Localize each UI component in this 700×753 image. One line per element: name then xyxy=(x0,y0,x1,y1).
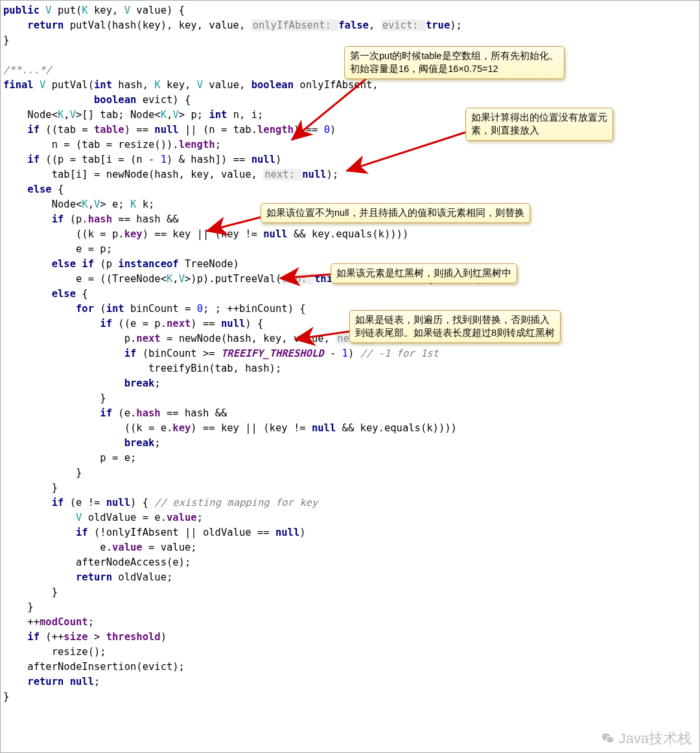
watermark: Java技术栈 xyxy=(601,731,692,746)
callout-empty-slot: 如果计算得出的位置没有放置元 素，则直接放入 xyxy=(465,108,613,141)
svg-line-2 xyxy=(207,217,261,231)
callout-text: 初始容量是16，阀值是16×0.75=12 xyxy=(350,64,498,74)
callout-first-put: 第一次put的时候table是空数组，所有先初始化。 初始容量是16，阀值是16… xyxy=(344,46,565,79)
callout-text: 如果该位置不为null，并且待插入的值和该元素相同，则替换 xyxy=(266,208,524,218)
callout-text: 到链表尾部。如果链表长度超过8则转成红黑树 xyxy=(355,328,555,338)
callout-same-key: 如果该位置不为null，并且待插入的值和该元素相同，则替换 xyxy=(261,203,530,223)
wechat-icon xyxy=(601,732,615,746)
code-screenshot: public V put(K key, V value) { return pu… xyxy=(0,0,700,753)
svg-line-4 xyxy=(296,331,349,339)
callout-text: 如果该元素是红黑树，则插入到红黑树中 xyxy=(336,268,511,278)
callout-text: 素，则直接放入 xyxy=(471,125,539,136)
callout-text: 如果是链表，则遍历，找到则替换，否则插入 xyxy=(355,315,550,325)
callout-linked-list: 如果是链表，则遍历，找到则替换，否则插入 到链表尾部。如果链表长度超过8则转成红… xyxy=(349,310,561,343)
svg-line-1 xyxy=(347,132,465,171)
callout-text: 如果计算得出的位置没有放置元 xyxy=(471,112,607,123)
callout-tree-node: 如果该元素是红黑树，则插入到红黑树中 xyxy=(331,263,517,283)
svg-line-0 xyxy=(292,74,372,139)
watermark-text: Java技术栈 xyxy=(619,731,692,746)
callout-text: 第一次put的时候table是空数组，所有先初始化。 xyxy=(350,51,559,61)
svg-line-3 xyxy=(281,274,331,278)
